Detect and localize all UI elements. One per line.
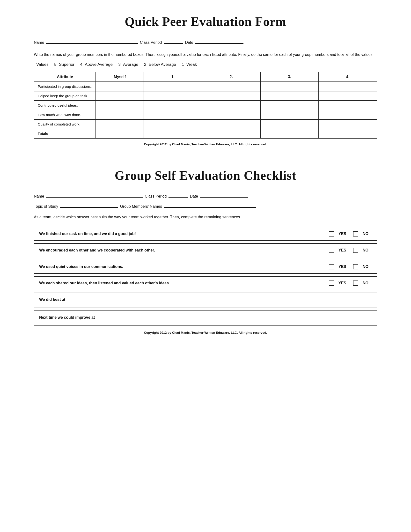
evaluation-table: Attribute Myself 1. 2. 3. 4. Participate… (34, 72, 377, 139)
table-row-totals: Totals (34, 129, 377, 138)
cell-participated-1[interactable] (144, 82, 202, 91)
cell-totals-3[interactable] (260, 129, 319, 138)
s2-group-members-label: Group Members' Names (120, 204, 162, 209)
cell-ideas-1[interactable] (144, 101, 202, 110)
cell-totals-4[interactable] (319, 129, 377, 138)
cell-participated-2[interactable] (202, 82, 260, 91)
name-label: Name (34, 40, 44, 45)
s2-class-period-label: Class Period (145, 194, 167, 199)
cell-quality-myself[interactable] (96, 119, 144, 129)
no-checkbox-3[interactable] (353, 264, 358, 269)
checklist-item-3: We used quiet voices in our communicatio… (34, 260, 377, 274)
yes-label-3: YES (338, 265, 346, 269)
s2-name-field[interactable] (46, 192, 143, 198)
values-line: Values: 5=Superior 4=Above Average 3=Ave… (34, 62, 377, 67)
s2-date-field[interactable] (200, 192, 248, 198)
cell-on-task-myself[interactable] (96, 91, 144, 101)
header-1: 1. (144, 72, 202, 82)
cell-on-task-4[interactable] (319, 91, 377, 101)
checklist-item-2: We encouraged each other and we cooperat… (34, 243, 377, 257)
cell-participated-myself[interactable] (96, 82, 144, 91)
cell-ideas-4[interactable] (319, 101, 377, 110)
values-scale: 5=Superior 4=Above Average 3=Average 2=B… (54, 62, 197, 67)
attr-participated: Participated in group discussions. (34, 82, 96, 91)
checklist-text-4: We each shared our ideas, then listened … (39, 281, 329, 285)
no-checkbox-4[interactable] (353, 281, 358, 286)
cell-totals-1[interactable] (144, 129, 202, 138)
quick-peer-evaluation-section: Quick Peer Evaluation Form Name Class Pe… (34, 15, 377, 156)
table-header-row: Attribute Myself 1. 2. 3. 4. (34, 72, 377, 82)
class-period-label: Class Period (140, 40, 162, 45)
section2-title: Group Self Evaluation Checklist (34, 168, 377, 183)
table-row: How much work was done. (34, 110, 377, 119)
open-item-improve-at[interactable]: Next time we could improve at (34, 311, 377, 326)
cell-on-task-2[interactable] (202, 91, 260, 101)
cell-quality-3[interactable] (260, 119, 319, 129)
cell-quality-2[interactable] (202, 119, 260, 129)
s2-class-period-field[interactable] (168, 192, 188, 198)
class-period-field[interactable] (164, 38, 183, 44)
no-label-3: NO (363, 265, 368, 269)
date-field[interactable] (195, 38, 243, 44)
table-row: Helped keep the group on task. (34, 91, 377, 101)
cell-work-done-myself[interactable] (96, 110, 144, 119)
yes-checkbox-1[interactable] (329, 231, 334, 237)
yes-no-2: YES NO (329, 248, 372, 253)
table-row: Participated in group discussions. (34, 82, 377, 91)
no-checkbox-2[interactable] (353, 248, 358, 253)
s2-date-label: Date (190, 194, 198, 199)
values-label: Values: (36, 62, 50, 67)
table-row: Quality of completed work (34, 119, 377, 129)
checklist-item-1: We finished our task on time, and we did… (34, 227, 377, 241)
checklist-text-2: We encouraged each other and we cooperat… (39, 248, 329, 252)
s2-topic-field[interactable] (60, 202, 118, 208)
cell-work-done-2[interactable] (202, 110, 260, 119)
checklist-item-4: We each shared our ideas, then listened … (34, 276, 377, 290)
cell-work-done-4[interactable] (319, 110, 377, 119)
cell-on-task-3[interactable] (260, 91, 319, 101)
header-attribute: Attribute (34, 72, 96, 82)
yes-checkbox-3[interactable] (329, 264, 334, 269)
cell-totals-myself[interactable] (96, 129, 144, 138)
cell-ideas-2[interactable] (202, 101, 260, 110)
yes-checkbox-4[interactable] (329, 281, 334, 286)
open-item-best-at[interactable]: We did best at (34, 293, 377, 308)
s2-topic-label: Topic of Study (34, 204, 58, 209)
name-field[interactable] (46, 38, 138, 44)
name-line: Name Class Period Date (34, 38, 377, 45)
cell-participated-3[interactable] (260, 82, 319, 91)
checklist-text-3: We used quiet voices in our communicatio… (39, 265, 329, 269)
s2-name-label: Name (34, 194, 44, 199)
yes-label-1: YES (338, 232, 346, 236)
cell-ideas-3[interactable] (260, 101, 319, 110)
section2-copyright: Copyright 2012 by Chad Manis, Teacher-Wr… (34, 331, 377, 334)
cell-work-done-1[interactable] (144, 110, 202, 119)
table-row: Contributed useful ideas. (34, 101, 377, 110)
cell-participated-4[interactable] (319, 82, 377, 91)
cell-totals-2[interactable] (202, 129, 260, 138)
attr-quality: Quality of completed work (34, 119, 96, 129)
attr-work-done: How much work was done. (34, 110, 96, 119)
section2-topic-line: Topic of Study Group Members' Names (34, 202, 377, 209)
no-checkbox-1[interactable] (353, 231, 358, 237)
section2-name-line: Name Class Period Date (34, 192, 377, 199)
header-4: 4. (319, 72, 377, 82)
s2-group-members-field[interactable] (164, 202, 256, 208)
attr-ideas: Contributed useful ideas. (34, 101, 96, 110)
header-3: 3. (260, 72, 319, 82)
section1-title: Quick Peer Evaluation Form (34, 15, 377, 29)
yes-no-4: YES NO (329, 281, 372, 286)
yes-label-4: YES (338, 281, 346, 285)
header-myself: Myself (96, 72, 144, 82)
date-label: Date (185, 40, 193, 45)
cell-quality-1[interactable] (144, 119, 202, 129)
cell-on-task-1[interactable] (144, 91, 202, 101)
yes-checkbox-2[interactable] (329, 248, 334, 253)
cell-quality-4[interactable] (319, 119, 377, 129)
instructions: Write the names of your group members in… (34, 51, 377, 58)
improve-at-label: Next time we could improve at (39, 315, 95, 319)
best-at-label: We did best at (39, 297, 65, 302)
cell-work-done-3[interactable] (260, 110, 319, 119)
attr-on-task: Helped keep the group on task. (34, 91, 96, 101)
cell-ideas-myself[interactable] (96, 101, 144, 110)
